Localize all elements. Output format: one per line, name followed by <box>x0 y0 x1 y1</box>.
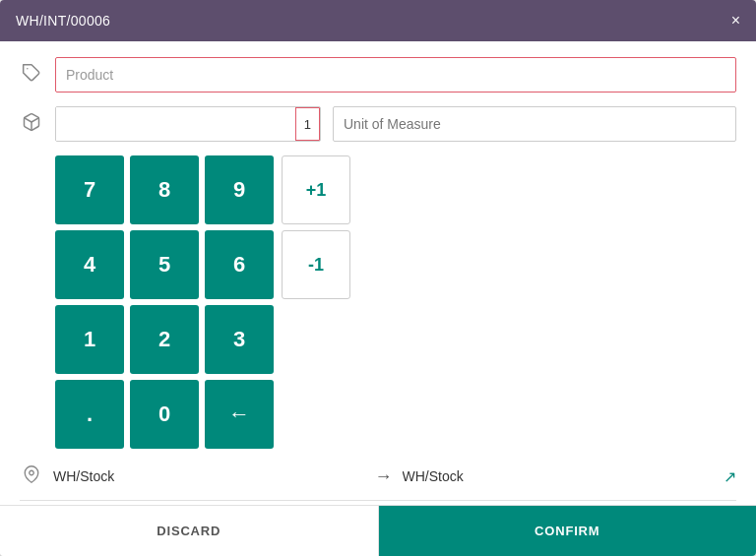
external-link-icon[interactable]: ↗ <box>724 467 736 486</box>
key-2[interactable]: 2 <box>130 305 199 374</box>
uom-input[interactable] <box>333 106 736 142</box>
qty-uom-row: 1 <box>20 106 736 142</box>
qty-field-wrap: 1 <box>55 106 321 142</box>
tag-icon <box>20 63 43 88</box>
confirm-button[interactable]: CONFIRM <box>379 506 757 556</box>
key-9[interactable]: 9 <box>205 155 274 224</box>
keypad-container: 7 8 9 4 5 6 1 2 3 . 0 ← +1 -1 <box>55 155 736 449</box>
location-pin-icon <box>20 465 43 488</box>
modal-footer: DISCARD CONFIRM <box>0 505 756 556</box>
key-7[interactable]: 7 <box>55 155 124 224</box>
modal-header: WH/INT/00006 × <box>0 0 756 41</box>
location-row: → ↗ <box>20 463 736 501</box>
arrow-right-icon: → <box>375 466 393 487</box>
modal-title: WH/INT/00006 <box>16 13 110 29</box>
key-6[interactable]: 6 <box>205 230 274 299</box>
product-input[interactable] <box>55 57 736 93</box>
location-to-input[interactable] <box>403 463 715 490</box>
key-minus-one[interactable]: -1 <box>282 230 350 299</box>
key-0[interactable]: 0 <box>130 380 199 449</box>
key-dot[interactable]: . <box>55 380 124 449</box>
product-row <box>20 57 736 93</box>
modal-dialog: WH/INT/00006 × <box>0 0 756 556</box>
close-button[interactable]: × <box>731 13 740 29</box>
key-8[interactable]: 8 <box>130 155 199 224</box>
key-5[interactable]: 5 <box>130 230 199 299</box>
keypad-main: 7 8 9 4 5 6 1 2 3 . 0 ← <box>55 155 274 449</box>
key-1[interactable]: 1 <box>55 305 124 374</box>
keypad-side: +1 -1 <box>282 155 350 449</box>
key-backspace[interactable]: ← <box>205 380 274 449</box>
box-icon <box>20 112 43 137</box>
location-from-input[interactable] <box>53 463 365 490</box>
key-3[interactable]: 3 <box>205 305 274 374</box>
qty-badge: 1 <box>295 107 320 141</box>
key-4[interactable]: 4 <box>55 230 124 299</box>
discard-button[interactable]: DISCARD <box>0 506 379 556</box>
svg-point-2 <box>30 470 34 475</box>
key-plus-one[interactable]: +1 <box>282 155 350 224</box>
modal-body: 1 7 8 9 4 5 6 1 2 3 . 0 ← <box>0 41 756 505</box>
qty-input[interactable] <box>56 107 295 141</box>
